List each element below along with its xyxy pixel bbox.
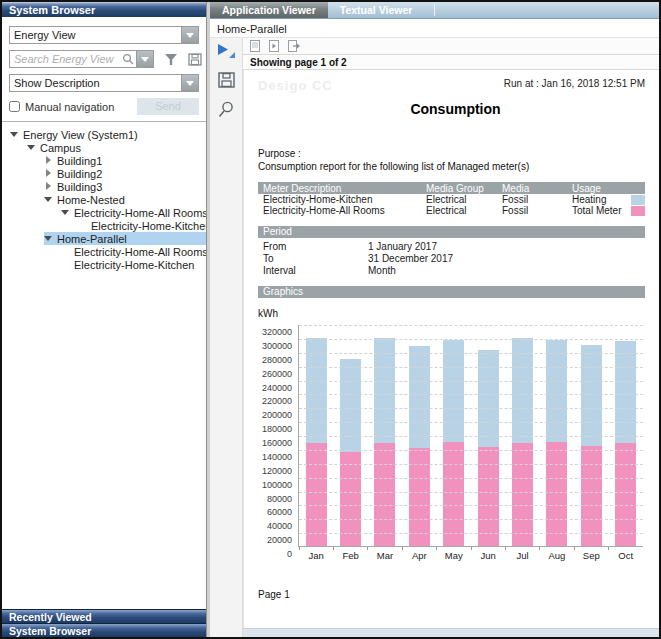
meter-row: Electricity-Home-KitchenElectricalFossil… [258,194,645,205]
bar-segment-total-meter [340,452,361,546]
gridline [299,325,643,326]
tree-item-label: Building1 [57,155,102,167]
gridline [299,367,643,368]
tree-expanded-icon[interactable] [44,195,53,204]
gridline [299,353,643,354]
run-report-button[interactable] [217,43,235,59]
save-filter-icon[interactable] [188,53,202,66]
breadcrumb: Home-Parallel [210,19,659,38]
tree-item[interactable]: Electricity-Home-All Rooms [74,245,206,258]
search-input[interactable] [10,51,122,67]
gridline [299,464,643,465]
manual-navigation-checkbox[interactable] [9,101,20,112]
display-mode-selector[interactable]: Show Description [9,74,199,92]
gridline [299,408,643,409]
viewer-panel: Application ViewerTextual Viewer Home-Pa… [210,2,659,637]
tree-item-label: Electricity-Home-All Rooms [74,246,206,258]
x-tick-label: Sep [583,550,600,561]
gridline [299,478,643,479]
page-icon[interactable] [250,40,260,52]
tree-item[interactable]: Electricity-Home-Kitchen [74,258,206,271]
view-selector[interactable]: Energy View [9,26,199,44]
bar-segment-total-meter [615,443,636,546]
bar-segment-total-meter [306,443,327,546]
gridline [299,492,643,493]
filter-icon[interactable] [164,53,178,66]
tree-expanded-icon[interactable] [10,130,19,139]
meter-table: Meter DescriptionMedia GroupMediaUsage E… [258,182,645,216]
tree-collapsed-icon[interactable] [44,182,53,191]
report-page: Desigo CC Run at : Jan 16, 2018 12:51 PM… [243,70,658,628]
chart-y-axis: 0200004000060000800001000001200001400001… [258,325,294,577]
search-icon[interactable] [122,51,136,67]
chart-plot: JanFebMarAprMayJunJulAugSepOct [298,325,643,547]
y-tick-label: 60000 [256,507,292,517]
gridline [299,505,643,506]
tree-item[interactable]: Campus [27,141,206,154]
display-mode-value: Show Description [10,75,181,91]
period-rows: From1 January 2017To31 December 2017Inte… [258,240,653,276]
consumption-chart: 0200004000060000800001000001200001400001… [258,325,643,577]
tree-item[interactable]: Building3 [44,180,206,193]
bar-segment-total-meter [443,442,464,546]
tab-textual-viewer[interactable]: Textual Viewer [328,2,434,18]
report-page-footer: Page 1 [258,589,653,600]
system-browser-panel: System Browser Energy View Show Descript… [2,2,207,637]
chevron-down-icon [186,81,194,86]
bar-segment-total-meter [409,448,430,547]
y-tick-label: 80000 [256,494,292,504]
x-tick-label: May [445,550,463,561]
tree-item[interactable]: Building1 [44,154,206,167]
send-button[interactable]: Send [137,98,199,115]
report-side-toolbar [210,38,243,637]
tree-item[interactable]: Home-Parallel [44,232,206,245]
y-tick-label: 220000 [256,396,292,406]
search-dropdown-button[interactable] [136,51,153,67]
bar-segment-heating [340,359,361,453]
page-next-icon[interactable] [269,40,279,52]
tree-expanded-icon[interactable] [27,143,36,152]
tab-application-viewer[interactable]: Application Viewer [210,2,328,18]
panel-bar-recently-viewed[interactable]: Recently Viewed [2,609,206,623]
zoom-button[interactable] [218,101,234,118]
tree-item[interactable]: Home-Nested [44,193,206,206]
view-selector-value: Energy View [10,27,181,43]
tree-item[interactable]: Electricity-Home-Kitchen [91,219,206,232]
y-tick-label: 180000 [256,424,292,434]
search-box[interactable] [9,50,154,68]
y-tick-label: 160000 [256,438,292,448]
tree-collapsed-icon[interactable] [44,156,53,165]
tree-expanded-icon[interactable] [44,234,53,243]
bar-segment-total-meter [512,443,533,546]
report-viewport[interactable]: Desigo CC Run at : Jan 16, 2018 12:51 PM… [243,70,659,628]
chevron-down-icon [141,57,149,62]
y-tick-label: 300000 [256,341,292,351]
tree-expanded-icon[interactable] [61,208,70,217]
chart-unit-label: kWh [258,308,653,319]
bar-segment-total-meter [374,443,395,546]
purpose-label: Purpose : [258,147,653,160]
bar-segment-heating [443,340,464,442]
tree-item[interactable]: Electricity-Home-All Rooms [61,206,206,219]
tree-item-label: Building3 [57,181,102,193]
view-selector-dropdown-button[interactable] [181,27,198,43]
tree-item[interactable]: Building2 [44,167,206,180]
tree-item-label: Electricity-Home-Kitchen [74,259,194,271]
report-title: Consumption [258,101,653,117]
gridline [299,422,643,423]
gridline [299,394,643,395]
display-mode-dropdown-button[interactable] [181,75,198,91]
save-report-button[interactable] [218,72,235,88]
series-color-swatch [631,206,645,216]
page-status: Showing page 1 of 2 [243,55,659,70]
bar-segment-total-meter [546,442,567,546]
panel-bar-system-browser[interactable]: System Browser [2,623,206,637]
tree-item-label: Campus [40,142,81,154]
page-export-icon[interactable] [288,40,300,52]
y-tick-label: 0 [256,549,292,559]
tree-item[interactable]: Energy View (System1) [10,128,206,141]
gridline [299,533,643,534]
tree-item-label: Electricity-Home-Kitchen [91,220,206,232]
tree-collapsed-icon[interactable] [44,169,53,178]
x-tick-label: Oct [618,550,633,561]
